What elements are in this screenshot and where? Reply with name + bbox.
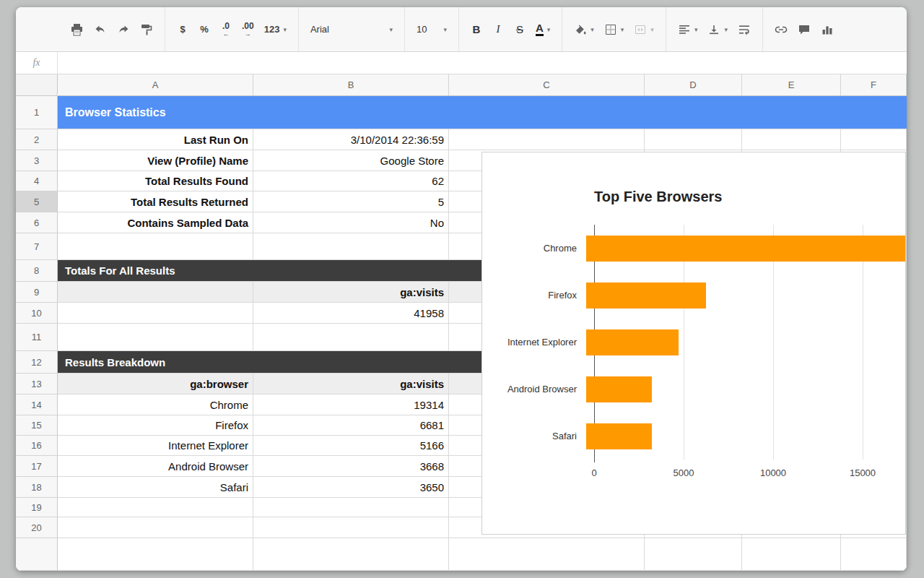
cell[interactable]: Safari [58,477,253,498]
row-header-11[interactable]: 11 [16,324,58,351]
cell[interactable]: Android Browser [58,456,253,477]
cell[interactable]: 3/10/2014 22:36:59 [253,129,449,150]
row-header-8[interactable]: 8 [16,260,58,282]
row-header-10[interactable]: 10 [16,303,58,324]
cell[interactable] [841,538,907,571]
cell[interactable]: Google Store [253,150,449,171]
insert-comment-button[interactable] [793,15,816,44]
strikethrough-button[interactable]: S [509,15,531,44]
cell[interactable]: ga:browser [58,374,253,394]
font-size-select[interactable]: 10 [411,15,452,44]
wrap-text-button[interactable] [733,15,756,44]
cell[interactable]: Total Results Found [58,171,253,191]
bold-button[interactable]: B [466,15,487,44]
cell[interactable]: 41958 [253,303,449,324]
cell[interactable]: ga:visits [253,282,449,303]
row-header-6[interactable]: 6 [16,212,58,233]
vertical-align-button[interactable] [702,15,733,44]
column-header-F[interactable]: F [841,74,907,95]
cell[interactable]: ga:visits [253,374,449,394]
insert-link-button[interactable] [770,15,793,44]
cell[interactable] [841,129,907,150]
cell[interactable]: Internet Explorer [58,436,253,456]
bar-firefox[interactable] [586,282,706,309]
cell[interactable] [253,233,449,260]
increase-decimal-button[interactable]: .00→ [237,15,259,44]
cell[interactable]: 3650 [253,477,449,498]
merge-cells-button[interactable] [629,15,659,44]
cell[interactable] [58,233,253,260]
column-header-C[interactable]: C [449,74,645,95]
cell[interactable] [742,129,841,150]
italic-button[interactable]: I [487,15,509,44]
format-currency-button[interactable]: $ [172,15,193,44]
cell[interactable] [58,538,253,571]
row-header-5[interactable]: 5 [16,191,58,212]
cell[interactable] [58,517,253,538]
row-header-7[interactable]: 7 [16,233,58,260]
row-header-19[interactable]: 19 [16,498,58,517]
row-header-17[interactable]: 17 [16,456,58,477]
column-header-A[interactable]: A [58,74,253,95]
cell[interactable]: 6681 [253,415,449,436]
cell[interactable]: Last Run On [58,129,253,150]
cell[interactable] [253,498,449,517]
row-header-16[interactable]: 16 [16,436,58,456]
cell[interactable]: No [253,212,449,233]
horizontal-align-button[interactable] [673,15,703,44]
row-header-3[interactable]: 3 [16,150,58,171]
cell[interactable] [58,282,253,303]
cell[interactable] [253,324,449,351]
row-header-20[interactable]: 20 [16,517,58,538]
cell[interactable]: 3668 [253,456,449,477]
column-header-D[interactable]: D [645,74,742,95]
bar-chrome[interactable] [586,236,905,262]
more-formats-button[interactable]: 123 [259,15,292,44]
row-header-18[interactable]: 18 [16,477,58,498]
column-header-B[interactable]: B [253,74,449,95]
select-all-corner[interactable] [16,74,58,95]
cell[interactable] [645,538,742,571]
cell[interactable]: Contains Sampled Data [58,212,253,233]
column-header-E[interactable]: E [742,74,841,95]
fill-color-button[interactable] [569,15,599,44]
row-header-13[interactable]: 13 [16,374,58,394]
bar-internet-explorer[interactable] [586,329,679,355]
cell[interactable] [742,538,841,571]
row-header-12[interactable]: 12 [16,351,58,374]
cell[interactable] [253,538,449,571]
row-header-15[interactable]: 15 [16,415,58,436]
undo-button[interactable] [89,15,112,44]
cell[interactable]: 5 [253,191,449,212]
format-percent-button[interactable]: % [193,15,215,44]
bar-safari[interactable] [586,423,652,449]
cell[interactable]: 19314 [253,394,449,415]
cell[interactable]: 5166 [253,436,449,456]
cell[interactable] [58,498,253,517]
bar-android-browser[interactable] [586,376,652,402]
paint-format-button[interactable] [135,15,158,44]
cell[interactable] [58,303,253,324]
insert-chart-button[interactable] [816,15,839,44]
sheet-title-banner[interactable]: Browser Statistics [58,96,907,129]
row-header-overflow[interactable] [16,538,58,571]
cell[interactable] [58,324,253,351]
embedded-chart[interactable]: Top Five Browsers ChromeFirefoxInternet … [481,152,906,535]
font-family-select[interactable]: Arial [305,15,398,44]
cell[interactable]: View (Profile) Name [58,150,253,171]
cell[interactable] [449,129,645,150]
decrease-decimal-button[interactable]: .0← [215,15,237,44]
print-button[interactable] [65,15,89,44]
borders-button[interactable] [599,15,629,44]
formula-input[interactable] [58,52,907,74]
cell[interactable]: Chrome [58,394,253,415]
row-header-9[interactable]: 9 [16,282,58,303]
cell[interactable]: Total Results Returned [58,191,253,212]
redo-button[interactable] [112,15,135,44]
cell[interactable] [449,538,645,571]
row-header-1[interactable]: 1 [16,96,58,129]
text-color-button[interactable]: A [531,15,555,44]
row-header-14[interactable]: 14 [16,394,58,415]
cell[interactable]: Firefox [58,415,253,436]
row-header-2[interactable]: 2 [16,129,58,150]
